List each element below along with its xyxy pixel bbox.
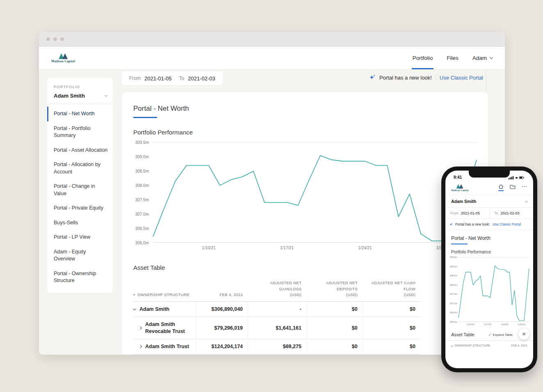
x-axis-label: 1/10/21 [202, 246, 215, 250]
sparkle-icon [369, 74, 376, 81]
sidebar-item[interactable]: Portal - Net Worth [47, 107, 113, 121]
asset-table-row[interactable]: Adam Smith$306,890,040-$0$0 [133, 302, 420, 317]
phone-page-title: Portal - Net Worth [445, 230, 533, 241]
sidebar-item[interactable]: Portal - LP View [47, 230, 113, 245]
from-date-input[interactable]: 2021-01-05 [144, 75, 172, 82]
sidebar-item[interactable]: Portal - Ownership Structure [47, 267, 113, 288]
nav-label: Adam [472, 55, 487, 61]
window-zoom-button[interactable] [60, 37, 64, 41]
y-axis-label: 306.5m [135, 226, 149, 231]
x-axis-label: 1/31/21 [518, 323, 525, 326]
brand-mark-icon [456, 184, 464, 189]
sidebar-item[interactable]: Portal - Asset Allocation [47, 143, 113, 158]
nav-user-menu[interactable]: Adam [472, 47, 493, 69]
phone-asset-table-header: Asset Table Expand Table ≡ [445, 327, 533, 340]
entity-name: Adam Smith [139, 306, 169, 312]
use-classic-portal-link[interactable]: Use Classic Portal [440, 75, 483, 81]
y-axis-label: 307.0m [135, 212, 149, 217]
sidebar-item[interactable]: Portal - Portfolio Summary [47, 121, 113, 143]
column-header[interactable]: ADJUSTED NET DEPOSITS (USD) [306, 278, 363, 302]
use-classic-portal-link[interactable]: Use Classic Portal [493, 222, 521, 226]
column-header[interactable]: FEB 4, 2021 [196, 278, 248, 302]
phone-date-range-filter: From 2021-01-05 To 2021-02-03 [445, 208, 533, 219]
title-underline [133, 117, 157, 118]
y-axis-label: 309.5m [450, 256, 457, 258]
phone-header: Madison Capital ··· [445, 181, 533, 195]
line-series [153, 143, 477, 242]
chevron-right-icon[interactable] [139, 326, 142, 329]
folder-icon[interactable] [510, 185, 516, 191]
y-axis-label: 306.0m [135, 241, 149, 245]
main-panel: From 2021-01-05 To 2021-02-03 Portal has… [122, 70, 488, 355]
home-icon[interactable] [498, 184, 504, 191]
brand-name: Madison Capital [451, 189, 468, 191]
sidebar-item[interactable]: Portal - Allocation by Account [47, 157, 113, 179]
y-axis-label: 309.5m [135, 140, 149, 145]
portfolio-chart-yaxis: 309.5m309.0m308.5m308.0m307.5m307.0m306.… [133, 142, 153, 243]
x-axis-label: 1/24/21 [358, 246, 372, 250]
nav-label: Portfolio [413, 55, 433, 61]
x-axis-label: 1/24/21 [501, 323, 509, 326]
to-date-input[interactable]: 2021-02-03 [188, 75, 215, 82]
value-cell: $0 [306, 317, 363, 339]
column-header[interactable]: ADJUSTED NET CASH FLOW (USD) [363, 278, 420, 302]
page-title: Portal - Net Worth [133, 105, 477, 113]
chevron-down-icon [490, 56, 493, 59]
phone-chart-xaxis: 1/10/211/17/211/24/211/31/21 [459, 322, 529, 327]
to-date-input: 2021-02-03 [500, 211, 519, 215]
phone-from-date[interactable]: From 2021-01-05 [445, 208, 489, 219]
sidebar: PORTFOLIO Adam Smith Portal - Net WorthP… [47, 78, 113, 293]
value-cell: $0 [306, 354, 363, 355]
chevron-down-icon [525, 199, 528, 202]
phone-column-ownership[interactable]: OWNERSHIP STRUCTURE [451, 344, 490, 347]
brand-name: Madison Capital [51, 59, 75, 63]
phone-portfolio-selector[interactable]: Adam Smith [445, 195, 533, 208]
new-look-banner: Portal has a new look! Use Classic Porta… [369, 74, 483, 81]
phone-chart-plot [459, 257, 529, 322]
sidebar-item[interactable]: Portal - Private Equity [47, 201, 113, 216]
chevron-right-icon[interactable] [139, 345, 142, 348]
value-cell: $124,204,174 [196, 339, 248, 354]
asset-table-row[interactable]: Adam Smith Trust #2$8,578,928-$0$0 [133, 354, 420, 355]
phone-performance-chart: 309.5m309.0m308.5m308.0m307.5m307.0m306.… [445, 257, 533, 322]
value-cell: $0 [306, 302, 363, 317]
phone-to-date[interactable]: To 2021-02-03 [489, 208, 534, 219]
value-cell: $0 [363, 354, 420, 355]
banner-message: Portal has a new look! [379, 75, 432, 81]
window-minimize-button[interactable] [53, 37, 57, 41]
column-header[interactable]: OWNERSHIP STRUCTURE [133, 278, 196, 302]
column-header[interactable]: ADJUSTED NET GAIN/LOSS (USD) [248, 278, 307, 302]
value-cell: $0 [363, 317, 420, 339]
y-axis-label: 309.0m [135, 155, 149, 159]
phone-column-date[interactable]: FEB 4, 2021 [511, 344, 527, 347]
sidebar-item[interactable]: Adam - Equity Overview [47, 245, 113, 267]
window-close-button[interactable] [46, 37, 50, 41]
asset-table-row[interactable]: Adam Smith Revocable Trust$79,296,019$1,… [133, 317, 420, 339]
portfolio-chart-plot [153, 142, 477, 243]
net-worth-card: Portal - Net Worth Portfolio Performance… [122, 92, 488, 355]
phone-notch [469, 171, 510, 178]
nav-files[interactable]: Files [447, 47, 459, 69]
sidebar-item[interactable]: Portal - Change in Value [47, 179, 113, 201]
sidebar-item[interactable]: Buys-Sells [47, 216, 113, 230]
y-axis-label: 307.0m [450, 302, 457, 305]
asset-table-row[interactable]: Adam Smith Trust$124,204,174$69,275$0$0 [133, 339, 420, 354]
nav-portfolio[interactable]: Portfolio [413, 47, 433, 69]
phone-chart-yaxis: 309.5m309.0m308.5m308.0m307.5m307.0m306.… [448, 257, 459, 322]
phone-brand-logo[interactable]: Madison Capital [451, 184, 468, 191]
asset-table-body: Adam Smith$306,890,040-$0$0Adam Smith Re… [133, 302, 420, 355]
sort-chevron-icon [133, 294, 135, 296]
y-axis-label: 308.5m [450, 274, 457, 277]
value-cell: $0 [306, 339, 363, 354]
chevron-down-icon[interactable] [133, 307, 136, 310]
brand-logo[interactable]: Madison Capital [51, 47, 75, 69]
sidebar-section-label: PORTFOLIO [47, 84, 113, 89]
more-icon[interactable]: ··· [522, 185, 527, 190]
status-icons [509, 175, 525, 180]
menu-fab-button[interactable]: ≡ [518, 328, 530, 340]
expand-table-button[interactable]: Expand Table [489, 333, 513, 337]
portfolio-selector-value: Adam Smith [54, 93, 85, 99]
portfolio-selector[interactable]: Adam Smith [47, 93, 113, 104]
phone-table-columns: OWNERSHIP STRUCTURE FEB 4, 2021 [445, 340, 533, 350]
content-area: PORTFOLIO Adam Smith Portal - Net WorthP… [39, 70, 505, 355]
